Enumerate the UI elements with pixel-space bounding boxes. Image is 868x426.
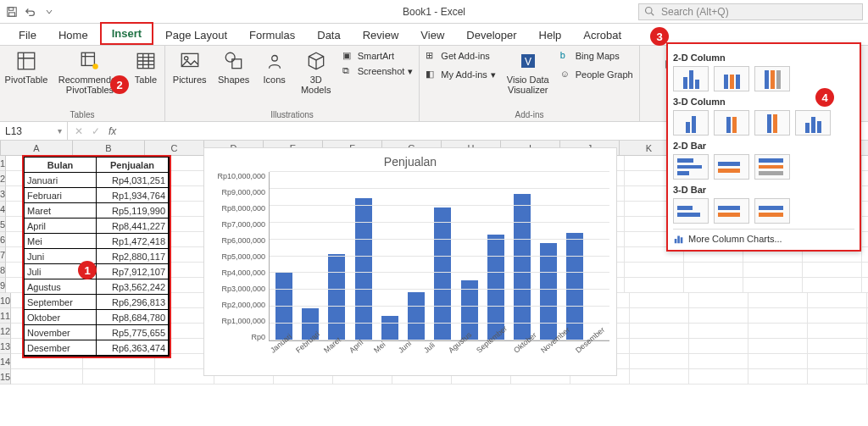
cell[interactable] bbox=[630, 339, 689, 354]
pictures-button[interactable]: Pictures bbox=[170, 49, 210, 85]
more-column-charts-link[interactable]: More Column Charts... bbox=[673, 229, 854, 245]
bing-maps-button[interactable]: bBing Maps bbox=[559, 49, 635, 63]
row-header[interactable]: 15 bbox=[0, 369, 11, 385]
cell[interactable] bbox=[862, 186, 868, 202]
cell[interactable] bbox=[808, 354, 867, 369]
cell[interactable] bbox=[689, 293, 748, 308]
row-header[interactable]: 3 bbox=[0, 186, 6, 202]
cell[interactable] bbox=[808, 339, 867, 354]
cell[interactable] bbox=[748, 293, 808, 308]
cell[interactable] bbox=[808, 293, 867, 308]
models-button[interactable]: 3D Models bbox=[297, 49, 336, 95]
cell[interactable] bbox=[689, 324, 748, 339]
name-box[interactable]: L13 ▾ bbox=[0, 122, 68, 140]
cancel-icon[interactable]: ✕ bbox=[75, 125, 83, 137]
my-addins-button[interactable]: ◧My Add-ins ▾ bbox=[424, 68, 497, 81]
cell[interactable] bbox=[748, 308, 808, 324]
cell[interactable] bbox=[803, 263, 862, 278]
cell[interactable] bbox=[862, 202, 868, 217]
chart-opt-3d-100-bar[interactable] bbox=[754, 198, 790, 224]
people-graph-button[interactable]: ☺People Graph bbox=[559, 68, 635, 81]
tab-view[interactable]: View bbox=[410, 25, 454, 45]
row-header[interactable]: 10 bbox=[0, 293, 11, 308]
tab-help[interactable]: Help bbox=[529, 25, 572, 45]
tab-data[interactable]: Data bbox=[307, 25, 350, 45]
chart-opt-clustered-bar[interactable] bbox=[673, 154, 709, 180]
row-header[interactable]: 11 bbox=[0, 308, 11, 324]
smartart-button[interactable]: ▣SmartArt bbox=[341, 49, 415, 63]
cell[interactable] bbox=[625, 278, 684, 293]
save-icon[interactable] bbox=[5, 5, 19, 19]
chart-opt-3d-stacked[interactable] bbox=[714, 110, 749, 136]
table-button[interactable]: Table bbox=[127, 49, 164, 85]
cell[interactable] bbox=[748, 324, 808, 339]
cell[interactable] bbox=[83, 369, 155, 385]
row-header[interactable]: 7 bbox=[0, 247, 6, 263]
row-header[interactable]: 2 bbox=[0, 171, 6, 186]
get-addins-button[interactable]: ⊞Get Add-ins bbox=[424, 49, 497, 63]
cell[interactable] bbox=[748, 369, 808, 385]
cell[interactable] bbox=[630, 354, 689, 369]
selected-data-table[interactable]: BulanPenjualanJanuariRp4,031,251Februari… bbox=[24, 157, 170, 357]
pivot-table-button[interactable]: PivotTable bbox=[0, 49, 53, 85]
tab-file[interactable]: File bbox=[8, 25, 47, 45]
row-header[interactable]: 1 bbox=[0, 156, 6, 171]
cell[interactable] bbox=[862, 156, 868, 171]
search-box[interactable]: Search (Alt+Q) bbox=[638, 3, 863, 20]
cell[interactable] bbox=[862, 263, 868, 278]
row-header[interactable]: 14 bbox=[0, 354, 11, 369]
cell[interactable] bbox=[748, 354, 808, 369]
visio-button[interactable]: V Visio Data Visualizer bbox=[503, 49, 554, 95]
cell[interactable] bbox=[684, 263, 743, 278]
icons-button[interactable]: Icons bbox=[258, 49, 292, 85]
cell[interactable] bbox=[862, 171, 868, 186]
chart-opt-stacked-column[interactable] bbox=[714, 66, 749, 91]
cell[interactable] bbox=[630, 308, 689, 324]
cell[interactable] bbox=[630, 324, 689, 339]
cell[interactable] bbox=[743, 263, 803, 278]
chart-opt-3d-100[interactable] bbox=[754, 110, 790, 136]
cell[interactable] bbox=[689, 369, 748, 385]
chart-opt-3d-column[interactable] bbox=[795, 110, 831, 136]
cell[interactable] bbox=[689, 308, 748, 324]
undo-icon[interactable] bbox=[24, 5, 37, 19]
col-header[interactable]: B bbox=[73, 141, 145, 155]
chart-opt-3d-stacked-bar[interactable] bbox=[714, 198, 749, 224]
enter-icon[interactable]: ✓ bbox=[92, 125, 100, 137]
embedded-chart[interactable]: Penjualan Rp10,000,000Rp9,000,000Rp8,000… bbox=[203, 147, 617, 376]
row-header[interactable]: 6 bbox=[0, 232, 6, 247]
row-header[interactable]: 8 bbox=[0, 263, 6, 278]
cell[interactable] bbox=[748, 339, 808, 354]
cell[interactable] bbox=[743, 278, 803, 293]
cell[interactable] bbox=[862, 278, 868, 293]
tab-acrobat[interactable]: Acrobat bbox=[573, 25, 632, 45]
tab-home[interactable]: Home bbox=[48, 25, 98, 45]
tab-review[interactable]: Review bbox=[353, 25, 409, 45]
chart-opt-3d-clustered[interactable] bbox=[673, 110, 709, 136]
chart-opt-100-stacked-column[interactable] bbox=[754, 66, 790, 91]
row-header[interactable]: 4 bbox=[0, 202, 6, 217]
row-header[interactable]: 9 bbox=[0, 278, 6, 293]
chart-opt-3d-clustered-bar[interactable] bbox=[673, 198, 709, 224]
cell[interactable] bbox=[862, 232, 868, 247]
fx-icon[interactable]: fx bbox=[108, 125, 116, 137]
cell[interactable] bbox=[808, 324, 867, 339]
tab-insert[interactable]: Insert bbox=[100, 22, 153, 45]
cell[interactable] bbox=[630, 369, 689, 385]
cell[interactable] bbox=[689, 339, 748, 354]
cell[interactable] bbox=[808, 308, 867, 324]
cell[interactable] bbox=[808, 369, 867, 385]
cell[interactable] bbox=[11, 369, 83, 385]
cell[interactable] bbox=[625, 263, 684, 278]
row-header[interactable]: 13 bbox=[0, 339, 11, 354]
cell[interactable] bbox=[862, 217, 868, 232]
col-header[interactable]: C bbox=[145, 141, 204, 155]
cell[interactable] bbox=[862, 247, 868, 263]
shapes-button[interactable]: Shapes bbox=[215, 49, 253, 85]
screenshot-button[interactable]: ⧉Screenshot ▾ bbox=[341, 64, 415, 78]
cell[interactable] bbox=[684, 278, 743, 293]
row-header[interactable]: 5 bbox=[0, 217, 6, 232]
chart-opt-stacked-bar[interactable] bbox=[714, 154, 749, 180]
col-header[interactable]: A bbox=[1, 141, 73, 155]
tab-formulas[interactable]: Formulas bbox=[239, 25, 305, 45]
